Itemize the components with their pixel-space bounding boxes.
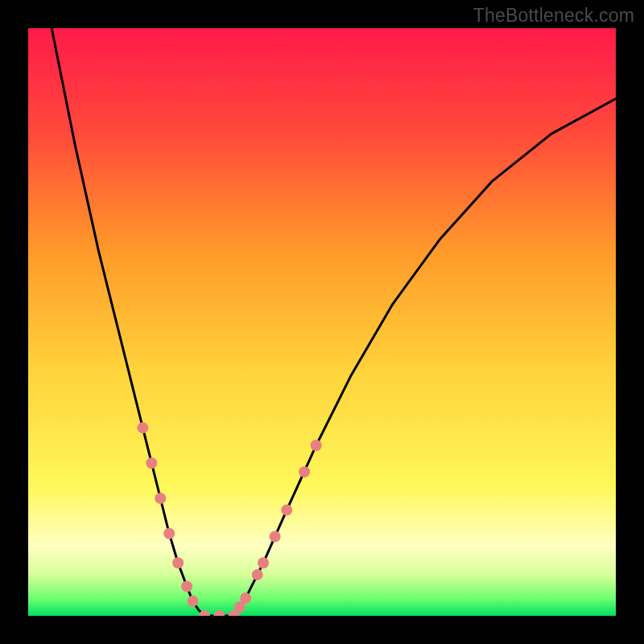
marker-dot [146,457,157,469]
watermark-text: TheBottleneck.com [473,5,634,27]
marker-dot [299,466,310,477]
marker-dot [155,493,166,504]
marker-dot [187,596,198,607]
chart-svg [28,28,616,616]
marker-dot [281,505,292,516]
marker-dot [163,528,175,539]
chart-frame: TheBottleneck.com [0,0,644,644]
marker-dot [270,530,281,542]
plot-area [28,28,616,616]
marker-dot [137,422,148,433]
marker-dot [311,440,322,451]
marker-dot [252,569,263,580]
marker-dot [240,592,251,604]
marker-dot [258,557,269,568]
marker-dot [172,557,184,568]
marker-dot [181,581,192,592]
